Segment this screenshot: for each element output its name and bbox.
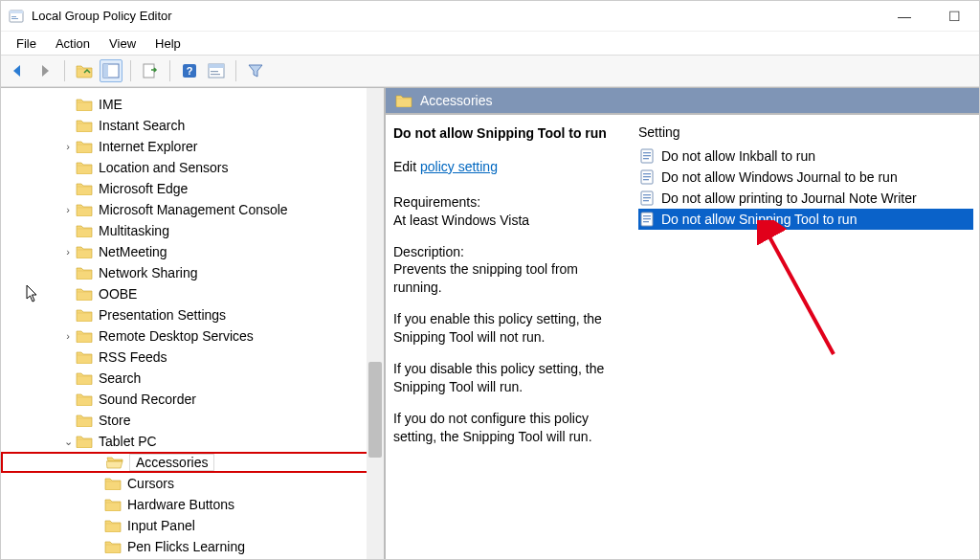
tree-item-internet-explorer[interactable]: ›Internet Explorer [1, 136, 384, 157]
expander-icon[interactable]: ⌄ [60, 436, 76, 448]
svg-line-17 [767, 232, 834, 354]
folder-icon [76, 435, 93, 448]
description-value: Prevents the snipping tool from running. [393, 261, 578, 295]
folder-icon [76, 224, 93, 237]
tree-item-label: Sound Recorder [99, 392, 196, 407]
policy-detail-pane: Do not allow Snipping Tool to run Edit p… [386, 115, 633, 559]
tree-item-label: OOBE [99, 286, 137, 302]
tree-item-network-sharing[interactable]: Network Sharing [1, 262, 384, 283]
show-hide-tree-button[interactable] [100, 59, 122, 82]
folder-icon [76, 119, 93, 132]
policy-icon [640, 190, 656, 206]
export-button[interactable] [139, 59, 162, 82]
tree-item-search[interactable]: Search [1, 368, 384, 389]
filter-button[interactable] [244, 59, 267, 82]
tree-item-oobe[interactable]: OOBE [1, 283, 384, 304]
expander-icon[interactable]: › [60, 141, 76, 152]
cursor-icon [26, 284, 41, 303]
tree-item-label: Microsoft Edge [99, 181, 188, 196]
policy-paragraph-2: If you disable this policy setting, the … [393, 360, 625, 396]
svg-rect-15 [211, 71, 218, 72]
folder-icon [76, 245, 93, 258]
menu-view[interactable]: View [100, 34, 145, 53]
maximize-button[interactable]: ☐ [941, 9, 968, 24]
expander-icon[interactable]: › [60, 204, 76, 215]
menu-file[interactable]: File [7, 34, 46, 53]
setting-row[interactable]: Do not allow Inkball to run [638, 146, 973, 167]
tree-item-instant-search[interactable]: Instant Search [1, 115, 384, 136]
tree-item-label: Instant Search [99, 118, 185, 133]
setting-row[interactable]: Do not allow Windows Journal to be run [638, 167, 973, 188]
back-button[interactable] [7, 59, 30, 82]
edit-policy-link[interactable]: policy setting [420, 159, 498, 174]
setting-label: Do not allow printing to Journal Note Wr… [661, 190, 917, 206]
policy-icon [640, 148, 656, 164]
folder-icon [76, 182, 93, 195]
policy-icon [640, 169, 656, 185]
tree-item-microsoft-edge[interactable]: Microsoft Edge [1, 178, 384, 199]
tree-item-cursors[interactable]: Cursors [1, 473, 384, 494]
minimize-button[interactable]: — [891, 9, 918, 24]
properties-button[interactable] [205, 59, 228, 82]
settings-column-header[interactable]: Setting [638, 124, 973, 140]
tree-item-remote-desktop-services[interactable]: ›Remote Desktop Services [1, 325, 384, 347]
menu-help[interactable]: Help [145, 34, 190, 53]
tree-item-label: Microsoft Management Console [99, 202, 288, 217]
setting-row[interactable]: Do not allow printing to Journal Note Wr… [638, 188, 973, 209]
requirements-value: At least Windows Vista [393, 213, 529, 228]
svg-rect-16 [211, 74, 220, 75]
tree-pane: IMEInstant Search›Internet ExplorerLocat… [1, 88, 386, 559]
policy-paragraph-3: If you do not configure this policy sett… [393, 410, 625, 446]
svg-rect-9 [103, 64, 108, 78]
menu-action[interactable]: Action [46, 34, 100, 53]
policy-icon [640, 212, 656, 227]
tree-item-input-panel[interactable]: Input Panel [1, 515, 384, 536]
right-pane-title: Accessories [420, 93, 492, 108]
folder-icon [76, 140, 93, 153]
tree-item-label: Pen Flicks Learning [127, 539, 245, 554]
tree-item-label: RSS Feeds [99, 349, 167, 365]
help-button[interactable]: ? [178, 59, 201, 82]
folder-icon [106, 456, 123, 469]
tree-item-ime[interactable]: IME [1, 94, 384, 115]
tree-item-tablet-pc[interactable]: ⌄Tablet PC [1, 431, 384, 452]
tree-item-sound-recorder[interactable]: Sound Recorder [1, 389, 384, 410]
svg-text:?: ? [187, 65, 193, 77]
tree-item-multitasking[interactable]: Multitasking [1, 220, 384, 241]
tree-scrollbar[interactable] [367, 88, 384, 559]
tree-item-label: Remote Desktop Services [99, 328, 254, 344]
menubar: File Action View Help [1, 32, 979, 55]
right-pane-header: Accessories [386, 88, 979, 115]
tree-item-label: Multitasking [99, 223, 169, 238]
svg-rect-14 [209, 64, 224, 68]
tree-item-accessories[interactable]: Accessories [1, 452, 384, 473]
folder-icon [76, 329, 93, 343]
toolbar-separator [64, 60, 65, 81]
folder-icon [104, 498, 122, 511]
policy-paragraph-1: If you enable this policy setting, the S… [393, 310, 625, 347]
tree-item-label: Cursors [127, 476, 174, 491]
settings-list-pane: Setting Do not allow Inkball to runDo no… [633, 115, 979, 559]
forward-button[interactable] [33, 59, 56, 82]
tree-item-microsoft-management-console[interactable]: ›Microsoft Management Console [1, 199, 384, 220]
tree-item-presentation-settings[interactable]: Presentation Settings [1, 304, 384, 325]
tree-item-store[interactable]: Store [1, 410, 384, 431]
tree-item-label: Input Panel [127, 518, 195, 533]
tree-item-label: Accessories [129, 454, 214, 471]
up-button[interactable] [73, 59, 96, 82]
expander-icon[interactable]: › [60, 330, 76, 342]
tree-item-location-and-sensors[interactable]: Location and Sensors [1, 157, 384, 178]
policy-title: Do not allow Snipping Tool to run [393, 124, 625, 143]
setting-label: Do not allow Inkball to run [661, 148, 815, 164]
tree-item-label: Presentation Settings [99, 307, 226, 323]
folder-icon [395, 94, 412, 107]
tree-item-label: Store [99, 413, 130, 428]
requirements-label: Requirements: [393, 194, 480, 210]
folder-icon [76, 287, 93, 301]
tree-item-rss-feeds[interactable]: RSS Feeds [1, 347, 384, 368]
tree-item-pen-flicks-learning[interactable]: Pen Flicks Learning [1, 536, 384, 557]
tree-item-hardware-buttons[interactable]: Hardware Buttons [1, 494, 384, 515]
tree-item-label: IME [99, 97, 122, 112]
expander-icon[interactable]: › [60, 246, 76, 258]
tree-item-netmeeting[interactable]: ›NetMeeting [1, 241, 384, 262]
